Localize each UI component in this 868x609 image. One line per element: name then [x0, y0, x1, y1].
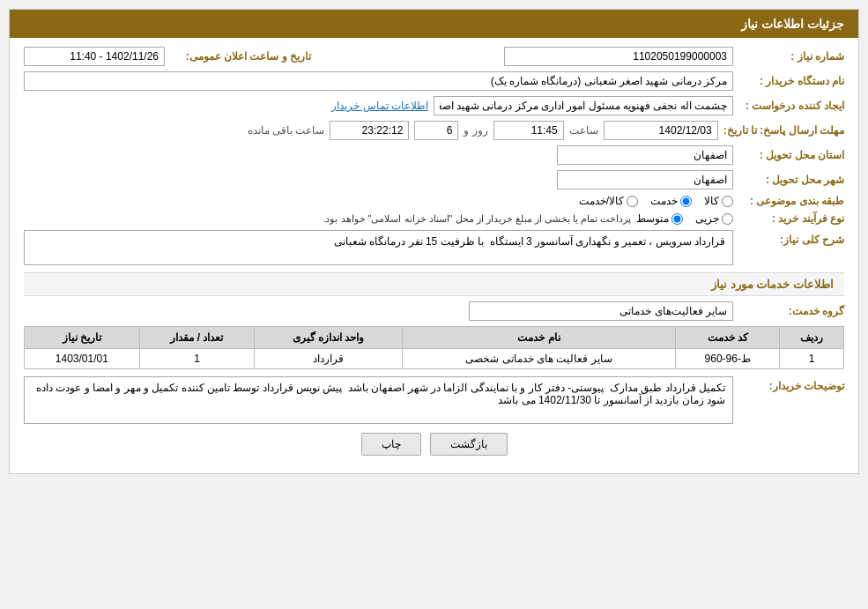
province-row: استان محل تحویل :	[24, 145, 844, 165]
table-cell: ط-96-960	[676, 349, 780, 369]
back-button[interactable]: بازگشت	[430, 433, 508, 456]
table-cell: قرارداد	[255, 349, 402, 369]
buyer-notes-label: توضیحات خریدار:	[738, 380, 844, 392]
deadline-label: مهلت ارسال پاسخ: تا تاریخ:	[723, 124, 844, 137]
process-radio-group: جزیی متوسط	[636, 212, 733, 225]
buyer-org-label: نام دستگاه خریدار :	[738, 75, 844, 87]
announce-label: تاریخ و ساعت اعلان عمومی:	[170, 50, 311, 63]
process-jozyi-radio[interactable]	[722, 213, 733, 225]
city-input[interactable]	[557, 170, 733, 189]
table-cell: سایر فعالیت های خدماتی شخصی	[402, 349, 676, 369]
category-row: طبقه بندی موضوعی : کالا خدمت کالا/خدمت	[24, 195, 844, 207]
deadline-time-input[interactable]	[493, 121, 564, 140]
page-header: جزئیات اطلاعات نیاز	[10, 10, 858, 38]
category-radio-khedmat: خدمت	[650, 195, 692, 207]
process-motavaset-label: متوسط	[636, 212, 669, 225]
table-cell: 1403/01/01	[25, 349, 140, 369]
category-both-radio[interactable]	[627, 196, 638, 207]
creator-row: ایجاد کننده درخواست : اطلاعات تماس خریدا…	[24, 96, 844, 115]
services-table: ردیف کد خدمت نام خدمت واحد اندازه گیری ت…	[24, 326, 844, 369]
services-section-title: اطلاعات خدمات مورد نیاز	[24, 272, 844, 296]
col-code: کد خدمت	[676, 327, 780, 349]
city-label: شهر محل تحویل :	[738, 174, 844, 186]
process-radio-jozyi: جزیی	[695, 212, 733, 225]
deadline-time-label: ساعت	[569, 124, 598, 137]
need-number-row: شماره نیاز : تاریخ و ساعت اعلان عمومی:	[24, 47, 844, 66]
province-label: استان محل تحویل :	[738, 149, 844, 161]
need-desc-row: شرح کلی نیاز:	[24, 230, 844, 265]
deadline-days-input[interactable]	[414, 121, 458, 140]
table-cell: 1	[139, 349, 255, 369]
deadline-remaining-input[interactable]	[330, 121, 409, 140]
need-desc-label: شرح کلی نیاز:	[738, 234, 844, 246]
category-label: طبقه بندی موضوعی :	[738, 195, 844, 207]
need-number-input[interactable]	[504, 47, 733, 66]
buyer-notes-row: توضیحات خریدار:	[24, 376, 844, 424]
category-radio-group: کالا خدمت کالا/خدمت	[579, 195, 733, 207]
deadline-row: مهلت ارسال پاسخ: تا تاریخ: ساعت روز و سا…	[24, 121, 844, 140]
need-desc-textarea[interactable]	[24, 230, 733, 265]
action-buttons-row: بازگشت چاپ	[24, 433, 844, 456]
col-date: تاریخ نیاز	[25, 327, 140, 349]
category-khedmat-label: خدمت	[650, 195, 678, 207]
deadline-remaining-label: ساعت باقی مانده	[248, 124, 325, 137]
buyer-org-row: نام دستگاه خریدار :	[24, 71, 844, 91]
service-group-row: گروه خدمت:	[24, 301, 844, 321]
process-radio-motavaset: متوسط	[636, 212, 683, 225]
process-row: نوع فرآیند خرید : جزیی متوسط پرداخت تمام…	[24, 212, 844, 225]
table-row: 1ط-96-960سایر فعالیت های خدماتی شخصیقرار…	[25, 349, 844, 369]
creator-contact-link[interactable]: اطلاعات تماس خریدار	[331, 100, 428, 112]
page-content: شماره نیاز : تاریخ و ساعت اعلان عمومی: ن…	[10, 38, 858, 473]
service-group-label: گروه خدمت:	[738, 305, 844, 317]
need-number-label: شماره نیاز :	[738, 50, 844, 63]
category-kala-radio[interactable]	[722, 196, 733, 207]
col-radif: ردیف	[780, 327, 844, 349]
creator-input[interactable]	[434, 96, 733, 115]
announce-input[interactable]	[24, 47, 165, 66]
province-input[interactable]	[557, 145, 733, 165]
service-group-input[interactable]	[469, 301, 733, 321]
category-radio-kala: کالا	[704, 195, 733, 207]
creator-label: ایجاد کننده درخواست :	[738, 100, 844, 112]
city-row: شهر محل تحویل :	[24, 170, 844, 189]
process-jozyi-label: جزیی	[695, 212, 719, 225]
category-radio-both: کالا/خدمت	[579, 195, 638, 207]
deadline-day-label: روز و	[464, 124, 487, 137]
main-container: جزئیات اطلاعات نیاز شماره نیاز : تاریخ و…	[9, 9, 859, 474]
category-kala-label: کالا	[704, 195, 719, 207]
buyer-notes-textarea[interactable]	[24, 376, 733, 424]
process-notice: پرداخت تمام یا بخشی از مبلغ خریدار از مح…	[323, 213, 631, 225]
print-button[interactable]: چاپ	[361, 433, 421, 456]
table-header-row: ردیف کد خدمت نام خدمت واحد اندازه گیری ت…	[25, 327, 844, 349]
category-both-label: کالا/خدمت	[579, 195, 624, 207]
page-title: جزئیات اطلاعات نیاز	[741, 17, 844, 31]
table-cell: 1	[780, 349, 844, 369]
col-name: نام خدمت	[402, 327, 676, 349]
col-qty: تعداد / مقدار	[139, 327, 255, 349]
buyer-org-input[interactable]	[24, 71, 733, 91]
category-khedmat-radio[interactable]	[680, 196, 692, 207]
process-motavaset-radio[interactable]	[671, 213, 683, 225]
deadline-date-input[interactable]	[604, 121, 718, 140]
col-unit: واحد اندازه گیری	[255, 327, 402, 349]
process-label: نوع فرآیند خرید :	[738, 212, 844, 225]
